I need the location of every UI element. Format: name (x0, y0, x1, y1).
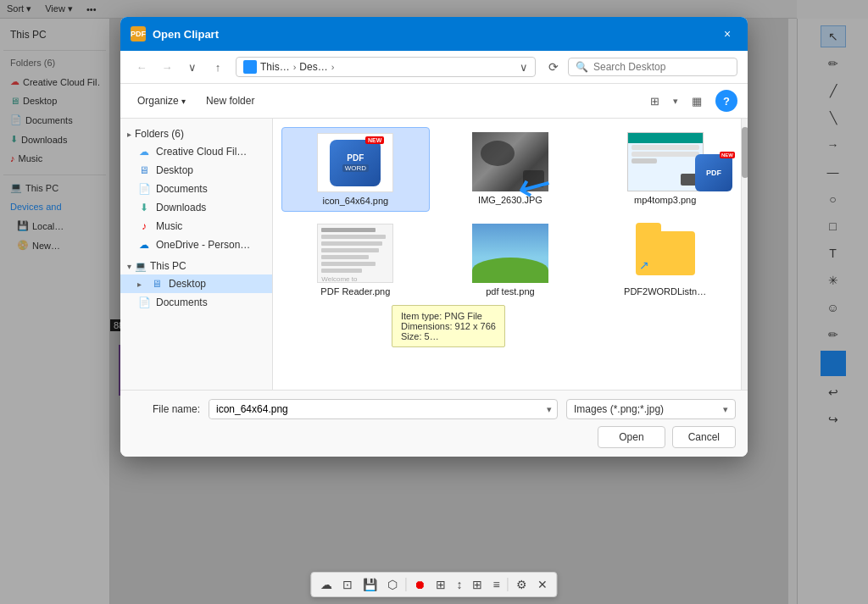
save-btn[interactable]: 💾 (360, 576, 380, 593)
cancel-button[interactable]: Cancel (672, 426, 736, 448)
share-btn[interactable]: ⬡ (385, 576, 400, 593)
filename-row: File name: ▾ Images (*.png;*.jpg) ▾ (132, 399, 736, 419)
file-grid: NEW PDF WORD icon_64x64.png (273, 119, 748, 310)
bottom-toolbar: ☁ ⊡ 💾 ⬡ ⏺ ⊞ ↕ ⊞ ≡ ⚙ ✕ (310, 572, 557, 597)
file-thumb-pdfreader: Welcome to pdfconverter.biz (317, 224, 393, 283)
search-icon: 🔍 (576, 61, 588, 73)
desktop-folder-icon: 🖥 (137, 163, 151, 177)
tooltip-line1: Item type: PNG File (401, 311, 496, 321)
file-name-icon64: icon_64x64.png (322, 196, 388, 206)
open-button[interactable]: Open (598, 426, 665, 448)
file-item-pdf2word[interactable]: ↗ PDF2WORDListn… (591, 219, 739, 302)
folder-arrow-icon: ↗ (639, 258, 649, 272)
file-name-pdftest: pdf test.png (486, 286, 535, 296)
file-tooltip: Item type: PNG File Dimensions: 912 x 76… (392, 305, 505, 347)
creative-cloud-icon: ☁ (137, 145, 151, 158)
file-thumb-pdftest (472, 224, 548, 283)
dialog-title: Open Clipart (153, 28, 710, 41)
fullscreen-btn[interactable]: ⊞ (433, 576, 448, 593)
nav-up-button[interactable]: ↑ (207, 56, 229, 78)
filename-input-wrapper: ▾ (209, 399, 558, 419)
nav-forward-button[interactable]: → (156, 56, 178, 78)
documents-pc-icon: 📄 (137, 296, 151, 309)
file-name-pdfreader: PDF Reader.png (320, 286, 390, 296)
breadcrumb-chevron-2: › (331, 62, 335, 72)
new-folder-button[interactable]: New folder (199, 91, 261, 110)
file-thumb-icon64: NEW PDF WORD (317, 133, 393, 192)
pdf-new-badge: NEW (365, 136, 384, 144)
sidebar-item-downloads[interactable]: ⬇ Downloads (120, 198, 272, 217)
filename-dropdown-btn[interactable]: ▾ (542, 404, 557, 415)
word-badge: WORD (342, 164, 369, 172)
file-thumb-mp4tomp3 (627, 132, 704, 191)
file-item-pdfreader[interactable]: Welcome to pdfconverter.biz PDF Reader.p… (281, 219, 430, 302)
refresh-button[interactable]: ⟳ (542, 56, 565, 78)
nav-dropdown-button[interactable]: ∨ (181, 56, 203, 78)
pdf-text: PDF (347, 153, 364, 163)
documents-folder-icon: 📄 (137, 182, 151, 196)
help-button[interactable]: ? (715, 90, 737, 112)
file-name-mp4tomp3: mp4tomp3.png (634, 195, 696, 205)
sidebar-folders-header[interactable]: ▸ Folders (6) (120, 125, 272, 142)
menu-btn[interactable]: ≡ (490, 576, 502, 593)
search-bar: 🔍 (568, 58, 737, 76)
breadcrumb-des: Des… (299, 61, 327, 73)
file-item-icon64[interactable]: NEW PDF WORD icon_64x64.png (281, 127, 430, 212)
downloads-icon: ⬇ (137, 201, 151, 214)
dialog-close-button[interactable]: × (717, 24, 737, 44)
onedrive-icon: ☁ (137, 238, 151, 252)
sidebar-item-desktop-folders[interactable]: 🖥 Desktop (120, 161, 272, 180)
pc-icon: 💻 (135, 261, 147, 272)
resize-btn[interactable]: ↕ (453, 576, 465, 593)
upload-btn[interactable]: ☁ (318, 576, 335, 593)
grid-scrollbar[interactable] (741, 119, 748, 390)
dialog-bottom: File name: ▾ Images (*.png;*.jpg) ▾ Open… (120, 390, 748, 457)
breadcrumb-chevron-1: › (293, 62, 297, 72)
sidebar-item-onedrive[interactable]: ☁ OneDrive - Person… (120, 236, 272, 254)
search-input[interactable] (593, 61, 712, 73)
sidebar-item-music[interactable]: ♪ Music (120, 217, 272, 236)
copy-btn[interactable]: ⊡ (340, 576, 355, 593)
breadcrumb-expand-button[interactable]: ∨ (520, 61, 528, 74)
sidebar-item-creative-cloud[interactable]: ☁ Creative Cloud Fil… (120, 142, 272, 161)
file-grid-container: NEW PDF WORD icon_64x64.png (273, 119, 748, 390)
sidebar-item-desktop-pc[interactable]: ▸ 🖥 Desktop (120, 274, 272, 293)
folder-shape: ↗ (636, 231, 695, 275)
file-thumb-img2630 (472, 132, 548, 191)
dialog-buttons: Open Cancel (132, 426, 736, 448)
this-pc-chevron-icon: ▾ (127, 262, 131, 271)
close-bottom-btn[interactable]: ✕ (535, 576, 550, 593)
sidebar-this-pc-header[interactable]: ▾ 💻 This PC (120, 258, 272, 274)
dialog-app-icon: PDF (131, 26, 146, 42)
filetype-selector[interactable]: Images (*.png;*.jpg) ▾ (566, 399, 736, 419)
desktop-active-icon: 🖥 (150, 277, 164, 291)
panel-view-button[interactable]: ▦ (685, 89, 709, 113)
filetype-dropdown-icon: ▾ (723, 404, 728, 415)
dialog-body: ▸ Folders (6) ☁ Creative Cloud Fil… 🖥 De… (120, 119, 748, 390)
file-name-img2630: IMG_2630.JPG (478, 195, 542, 205)
sidebar-item-documents-folders[interactable]: 📄 Documents (120, 180, 272, 198)
scrollbar-thumb[interactable] (742, 127, 748, 178)
filetype-label: Images (*.png;*.jpg) (574, 403, 723, 415)
organize-button[interactable]: Organize ▾ (131, 91, 192, 110)
sidebar-item-documents-pc[interactable]: 📄 Documents (120, 293, 272, 312)
music-icon: ♪ (137, 219, 151, 233)
breadcrumb-icon (243, 60, 257, 74)
grid-btn[interactable]: ⊞ (470, 576, 485, 593)
file-item-img2630[interactable]: IMG_2630.JPG (437, 127, 585, 212)
file-item-pdftest[interactable]: pdf test.png (437, 219, 585, 302)
breadcrumb-bar[interactable]: This… › Des… › ∨ (236, 57, 536, 77)
view-dropdown[interactable]: ▾ (673, 96, 678, 107)
grid-view-button[interactable]: ⊞ (643, 89, 666, 113)
filename-input[interactable] (209, 400, 542, 418)
dialog-titlebar: PDF Open Clipart × (120, 17, 748, 51)
file-thumb-pdf2word: ↗ (627, 224, 704, 283)
desktop-expand-icon: ▸ (137, 280, 142, 289)
settings-btn[interactable]: ⚙ (514, 576, 530, 593)
breadcrumb-this: This… (260, 61, 290, 73)
file-name-pdf2word: PDF2WORDListn… (624, 286, 706, 296)
mini-pdf-icon: NEW PDF (695, 154, 732, 191)
nav-back-button[interactable]: ← (131, 56, 153, 78)
record-btn[interactable]: ⏺ (411, 576, 428, 593)
mini-pdf-badge: NEW (720, 152, 735, 158)
